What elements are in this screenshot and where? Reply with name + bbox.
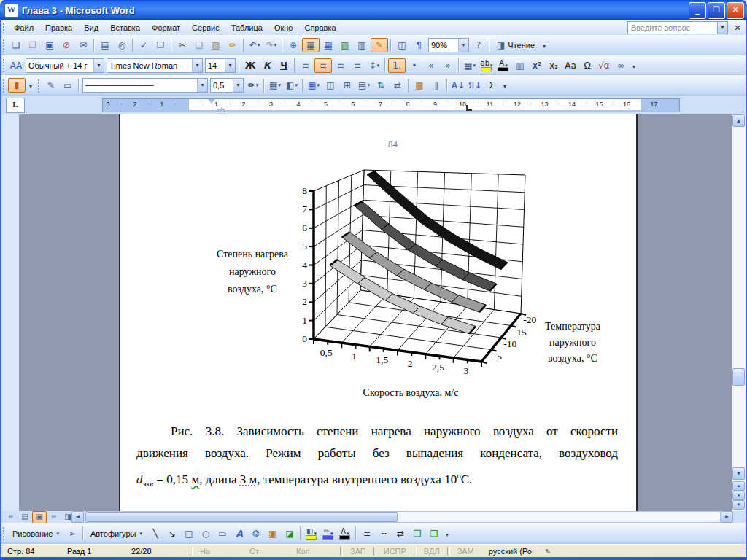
styles-and-formatting-button[interactable]: АА — [8, 58, 24, 73]
dropdown-arrow-icon[interactable]: ▾ — [140, 531, 143, 537]
clip-art-button[interactable]: ▣ — [265, 526, 281, 541]
toolbar-drag-handle[interactable] — [37, 79, 41, 93]
draw-table-button[interactable]: ✎ — [43, 78, 59, 93]
insert-hyperlink-button[interactable]: ⊕ — [285, 38, 301, 52]
zoom-combo[interactable]: 90%▾ — [428, 38, 469, 52]
dropdown-arrow-icon[interactable]: ▾ — [295, 82, 298, 88]
previous-page-button[interactable]: ▲ — [732, 481, 745, 491]
draw-menu-button[interactable]: Рисование▾ — [8, 526, 63, 541]
subscript-button[interactable]: x₂ — [546, 58, 562, 73]
font-color-2-button[interactable]: А▾ — [337, 526, 353, 541]
line-weight-combo[interactable]: 0,5▾ — [210, 78, 244, 93]
tab-selector[interactable]: L — [6, 98, 25, 113]
save-button[interactable]: ▣ — [42, 38, 58, 52]
tab-stop-marker[interactable] — [466, 105, 472, 111]
menu-format[interactable]: Формат — [146, 21, 186, 34]
cut-button[interactable]: ✂ — [174, 38, 190, 52]
new-document-button[interactable]: ❏ — [8, 38, 24, 52]
horizontal-scroll-thumb[interactable] — [85, 512, 398, 522]
bold-button[interactable]: Ж — [242, 58, 258, 73]
menu-table[interactable]: Таблица — [225, 21, 268, 34]
oval-button[interactable]: ○ — [198, 526, 214, 541]
tables-and-borders-button[interactable]: ▦ — [302, 38, 320, 52]
book-button[interactable]: ▮ — [8, 78, 26, 93]
dropdown-arrow-icon[interactable]: ▾ — [367, 82, 370, 88]
dropdown-arrow-icon[interactable]: ▾ — [317, 82, 320, 88]
print-preview-button[interactable]: ◎ — [114, 38, 130, 52]
superscript-button[interactable]: x² — [529, 58, 545, 73]
insert-picture-button[interactable]: ◪ — [282, 526, 298, 541]
right-indent-marker[interactable] — [640, 104, 647, 112]
font-color-button[interactable]: А▾ — [495, 58, 511, 73]
dropdown-arrow-icon[interactable]: ▾ — [458, 39, 468, 52]
drawing-toolbar-options-button[interactable]: ▾ — [443, 526, 452, 542]
select-objects-button[interactable]: ➢ — [64, 526, 80, 541]
redo-button[interactable]: ↷▾ — [263, 38, 279, 52]
left-indent-marker[interactable] — [217, 109, 225, 112]
print-button[interactable]: ▤ — [97, 38, 113, 52]
bullets-button[interactable]: • — [406, 58, 422, 73]
align-center-button[interactable]: ≡ — [314, 58, 332, 73]
text-columns-button[interactable]: ▥ — [512, 58, 528, 73]
table-autoformat-button[interactable]: ▩ — [411, 78, 427, 93]
open-button[interactable]: ❐ — [25, 38, 41, 52]
menu-file[interactable]: Файл — [8, 21, 39, 34]
spelling-button[interactable]: ✓ — [136, 38, 152, 52]
toolbar-drag-handle[interactable] — [2, 526, 6, 540]
text-box-button[interactable]: ▭ — [214, 526, 231, 541]
change-case-button[interactable]: Аа — [562, 58, 578, 73]
drawing-button[interactable]: ✎ — [371, 38, 388, 52]
italic-button[interactable]: К — [259, 58, 275, 73]
normal-view-button[interactable]: ≡ — [4, 512, 18, 523]
eraser-button[interactable]: ▭ — [60, 78, 76, 93]
arrow-button[interactable]: ↘ — [164, 526, 180, 541]
align-left-button[interactable]: ≡ — [298, 58, 314, 73]
status-overtype-mode[interactable]: ЗАМ — [450, 547, 481, 556]
border-color-button[interactable]: ✏▾ — [245, 78, 261, 93]
read-mode-button[interactable]: ◨Чтение — [492, 38, 539, 52]
standard-toolbar-options-button[interactable]: ▾ — [540, 37, 549, 53]
close-button[interactable]: ✕ — [727, 2, 744, 19]
dropdown-arrow-icon[interactable]: ▾ — [56, 531, 59, 537]
dropdown-arrow-icon[interactable]: ▾ — [258, 42, 260, 48]
scroll-up-button[interactable]: ▲ — [732, 114, 745, 127]
scroll-right-button[interactable]: ► — [721, 511, 733, 523]
tables-toolbar-options-button[interactable]: ▾ — [500, 77, 509, 93]
increase-indent-button[interactable]: » — [440, 58, 456, 73]
undo-button[interactable]: ↶▾ — [247, 38, 263, 52]
dropdown-arrow-icon[interactable]: ▾ — [192, 59, 202, 72]
menu-help[interactable]: Справка — [298, 21, 341, 34]
equation-button[interactable]: √α — [596, 58, 612, 73]
menu-view[interactable]: Вид — [78, 21, 104, 34]
question-dropdown-icon[interactable]: ▾ — [717, 22, 727, 34]
dash-style-button[interactable]: ┅ — [376, 526, 392, 541]
scroll-left-button[interactable]: ◄ — [71, 511, 84, 523]
vertical-scrollbar[interactable]: ▲ ▼ ▲ ● ▼ — [732, 114, 746, 511]
decrease-indent-button[interactable]: « — [423, 58, 439, 73]
line-color-button[interactable]: ✏▾ — [320, 526, 336, 541]
copy-button[interactable]: ❑ — [191, 38, 207, 52]
line-style-button[interactable]: ≡ — [359, 526, 375, 541]
dropdown-arrow-icon[interactable]: ▾ — [233, 79, 243, 92]
research-button[interactable]: ❒ — [152, 38, 169, 52]
next-page-button[interactable]: ▼ — [732, 500, 745, 510]
insert-table-menu-button[interactable]: ▦▾ — [306, 78, 322, 93]
toolbar-drag-handle[interactable] — [2, 58, 6, 72]
numbering-button[interactable]: 1. — [388, 58, 406, 73]
menu-tools[interactable]: Сервис — [186, 21, 225, 34]
formatting-toolbar-options-button[interactable]: ▾ — [630, 58, 638, 74]
outline-view-button[interactable]: ≡ — [47, 512, 61, 523]
3d-style-button[interactable]: ❒ — [426, 526, 442, 541]
distribute-rows-button[interactable]: ⇅ — [373, 78, 389, 93]
text-direction-button[interactable]: ∥ — [428, 78, 444, 93]
line-button[interactable]: ╲ — [147, 526, 163, 541]
show-formatting-marks-button[interactable]: ¶ — [411, 38, 427, 52]
email-button[interactable]: ✉ — [75, 38, 91, 52]
restore-button[interactable]: ❐ — [708, 2, 725, 19]
shading-color-button[interactable]: ◧▾ — [284, 78, 300, 93]
borders-button[interactable]: ▦▾ — [267, 78, 283, 93]
merge-cells-button[interactable]: ◫ — [322, 78, 338, 93]
line-spacing-button[interactable]: ↕▾ — [366, 58, 382, 73]
style-combo[interactable]: Обычный + 14 г▾ — [26, 58, 104, 73]
sort-descending-button[interactable]: Я↓ — [467, 78, 483, 93]
